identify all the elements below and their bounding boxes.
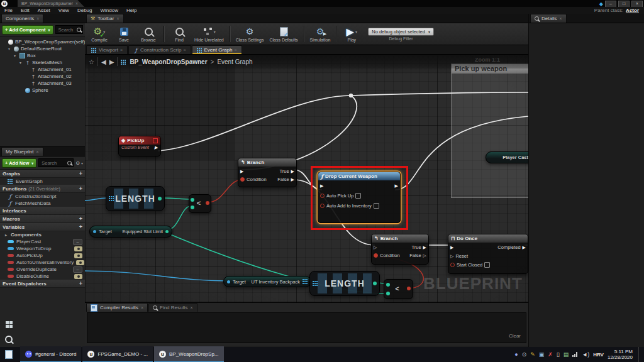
bool-pin[interactable] — [450, 263, 455, 267]
tab-toolbar[interactable]: ⚒ Toolbar× — [86, 14, 124, 23]
menu-file[interactable]: File — [4, 8, 13, 13]
taskbar-window-fpsgame-demo[interactable]: uFPSGame_DEMO - ... — [82, 346, 153, 362]
toolbar-button-play[interactable]: ▶▾Play — [342, 26, 361, 42]
expander-arrow-icon[interactable]: ▾ — [8, 47, 12, 51]
var-autopickup[interactable]: AutoPickUp — [0, 252, 85, 259]
breadcrumb-current[interactable]: Event Graph — [217, 58, 252, 65]
node-array-length-1[interactable]: LENGTH — [106, 186, 165, 211]
exec-reset-pin[interactable]: ▷ — [450, 254, 453, 258]
taskbar-window-bp-weapondropsp[interactable]: uBP_WeaponDropSp... — [154, 346, 224, 362]
section-macros[interactable]: Macros+ — [0, 215, 85, 223]
node-branch-2[interactable]: ↰ Branch ▷ True ▶ Condition False ▷ — [371, 234, 429, 265]
close-tab-icon[interactable]: × — [36, 150, 38, 154]
add-component-button[interactable]: + Add Component▾ — [2, 25, 53, 35]
node-array-length-2[interactable]: LENGTH — [309, 271, 380, 296]
tray-shield-icon[interactable]: ▣ — [539, 351, 545, 358]
exec-completed-pin[interactable]: ▶ — [523, 245, 526, 250]
eye-visible-icon[interactable] — [76, 260, 84, 265]
int-in-pin-a[interactable] — [191, 198, 194, 202]
exec-false-pin[interactable]: ▷ — [423, 253, 426, 258]
add-variables-icon[interactable]: + — [79, 224, 82, 230]
tray-volume-icon[interactable]: ◄) — [582, 351, 589, 358]
array-in-pin[interactable] — [313, 281, 314, 282]
node-less-than-2[interactable]: < — [384, 279, 413, 299]
tree-item-attachment-03[interactable]: †Attachment_03 — [0, 80, 85, 87]
add-functions-icon[interactable]: + — [79, 185, 82, 192]
my-blueprint-search-input[interactable] — [40, 160, 66, 167]
expander-arrow-icon[interactable]: ▾ — [14, 53, 18, 58]
eye-visible-icon[interactable] — [74, 274, 82, 279]
target-in-pin[interactable] — [227, 280, 230, 283]
taskbar-search-button[interactable] — [0, 332, 18, 347]
close-tab-icon[interactable]: × — [190, 305, 192, 310]
bool-out-pin[interactable] — [206, 201, 209, 205]
taskbar-notepad-button[interactable] — [0, 347, 18, 362]
menu-edit[interactable]: Edit — [21, 8, 30, 13]
tray-discord-icon[interactable]: ● — [514, 351, 518, 358]
tree-item-skeletalmesh[interactable]: ▾†SkeletalMesh — [0, 59, 85, 66]
section-graphs[interactable]: Graphs+ — [0, 170, 85, 178]
var-overrideduplicate[interactable]: OverrideDuplicate– — [0, 266, 85, 273]
close-tab-icon[interactable]: × — [141, 305, 143, 310]
taskbar-window-general-discord[interactable]: #general - Discord — [20, 346, 81, 362]
menu-view[interactable]: View — [58, 8, 69, 13]
tray-error-icon[interactable]: ✗ — [548, 351, 553, 358]
tree-item-attachment-01[interactable]: †Attachment_01 — [0, 66, 85, 73]
add-macros-icon[interactable]: + — [79, 216, 82, 222]
int-out-pin[interactable] — [165, 230, 169, 233]
var-autotouniversalinventory[interactable]: AutoToUniversalInventory — [0, 259, 85, 266]
language-indicator[interactable]: HRV — [593, 352, 604, 358]
tab-viewport[interactable]: Viewport× — [86, 45, 128, 54]
tab-details[interactable]: Details × — [530, 14, 567, 23]
expander-arrow-icon[interactable]: ▸ — [5, 233, 9, 237]
add-new-button[interactable]: + Add New▾ — [2, 158, 36, 168]
list-item-constructionscript[interactable]: ƒConstructionScript — [0, 193, 85, 200]
expander-arrow-icon[interactable]: ▾ — [19, 60, 23, 65]
show-desktop-button[interactable] — [638, 347, 641, 362]
array-in-pin[interactable] — [109, 196, 110, 197]
menu-debug[interactable]: Debug — [77, 8, 92, 13]
tab-find-results[interactable]: Find Results× — [148, 303, 197, 312]
event-graph-canvas[interactable]: Pick up weapon BLUEPRINT — [85, 55, 528, 302]
debug-object-select[interactable]: No debug object selected▾ — [368, 28, 434, 36]
tray-pen-icon[interactable]: ✎ — [530, 351, 535, 358]
components-search[interactable] — [55, 25, 83, 34]
close-tab-icon[interactable]: × — [234, 48, 236, 52]
node-less-than-1[interactable]: < — [189, 194, 211, 213]
toolbar-button-compile[interactable]: ⚙▾Compile — [90, 26, 109, 42]
int-in-pin-b[interactable] — [386, 292, 390, 295]
eye-visible-icon[interactable] — [74, 246, 82, 251]
tree-item-sphere[interactable]: Sphere — [0, 87, 85, 94]
forward-arrow-icon[interactable]: ▶ — [109, 58, 114, 65]
var-playercast[interactable]: PlayerCast– — [0, 238, 85, 245]
tray-steam-icon[interactable]: ⊙ — [522, 351, 527, 358]
tree-item-box[interactable]: ▾Box — [0, 52, 85, 59]
subsection-components[interactable]: ▸Components — [0, 231, 85, 238]
target-in-pin[interactable] — [93, 230, 96, 233]
add-graphs-icon[interactable]: + — [79, 170, 82, 177]
int-out-pin[interactable] — [158, 197, 162, 200]
int-in-pin-b[interactable] — [191, 206, 194, 209]
section-event-dispatchers[interactable]: Event Dispatchers+ — [0, 280, 85, 288]
add-event-dispatchers-icon[interactable]: + — [79, 280, 82, 287]
eye-visible-icon[interactable] — [74, 253, 82, 258]
window-document-tab[interactable]: BP_WeaponDropSpawner × — [18, 0, 84, 7]
menu-help[interactable]: Help — [126, 8, 136, 13]
exec-out-pin[interactable]: ▶ — [155, 145, 158, 150]
close-tab-icon[interactable]: × — [183, 48, 186, 52]
tab-my-blueprint[interactable]: My Blueprint× — [1, 147, 43, 156]
int-out-pin[interactable] — [373, 282, 377, 285]
close-tab-icon[interactable]: × — [120, 48, 123, 52]
my-blueprint-search[interactable] — [38, 158, 74, 167]
menu-window[interactable]: Window — [100, 8, 118, 13]
toolbar-button-class-settings[interactable]: ⚙Class Settings — [236, 26, 264, 42]
clear-button[interactable]: Clear — [509, 333, 521, 339]
tab-construction-scrip[interactable]: ƒConstruction Scrip× — [128, 45, 191, 54]
exec-in-pin[interactable]: ▷ — [374, 245, 377, 250]
taskbar-clock[interactable]: 5:11 PM 12/28/2020 — [608, 349, 635, 360]
visibility-filter-icon[interactable]: ⊙▾ — [75, 160, 83, 166]
exec-true-pin[interactable]: ▶ — [291, 169, 294, 173]
condition-pin[interactable] — [374, 253, 378, 258]
var-weapontodrop[interactable]: WeaponToDrop — [0, 245, 85, 252]
condition-pin[interactable] — [240, 177, 245, 182]
